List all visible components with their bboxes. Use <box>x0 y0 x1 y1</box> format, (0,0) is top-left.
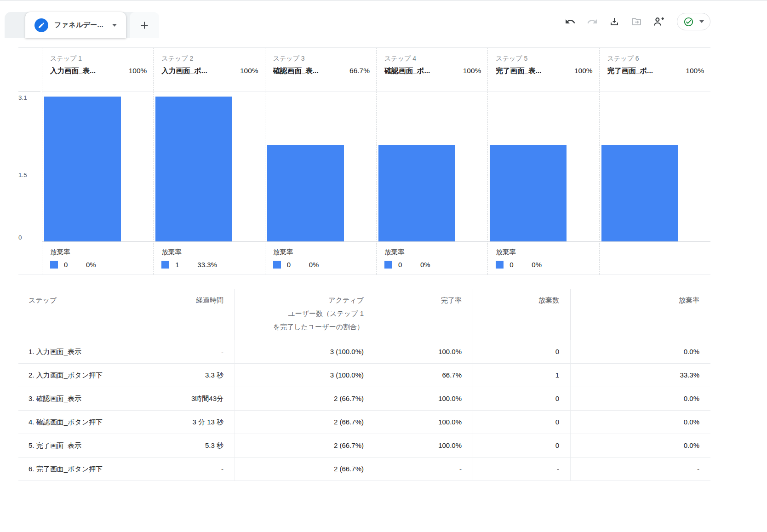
abandonment-count: 0 <box>287 261 309 269</box>
table-cell: - <box>375 458 473 481</box>
table-cell: 0 <box>473 340 570 363</box>
funnel-step-column: ステップ 6 完了画面_ボ... 100% <box>599 48 710 275</box>
y-tick-label: 0 <box>18 234 40 241</box>
table-cell: 3.3 秒 <box>135 364 235 387</box>
step-name: 完了画面_表... <box>496 66 541 76</box>
table-row: 4. 確認画面_ボタン押下3 分 13 秒2 (66.7%)100.0%00.0… <box>18 411 710 434</box>
step-plot <box>600 92 710 242</box>
y-tick: 1.5 <box>18 169 40 178</box>
table-cell: 100.0% <box>375 434 473 457</box>
export-button[interactable] <box>630 15 643 28</box>
funnel-bar[interactable] <box>490 145 567 241</box>
person-add-icon <box>653 16 664 28</box>
table-row: 6. 完了画面_ボタン押下-2 (66.7%)--- <box>18 458 710 481</box>
share-button[interactable] <box>652 15 665 28</box>
funnel-bar[interactable] <box>601 145 678 241</box>
abandonment-legend <box>600 242 710 275</box>
undo-button[interactable] <box>564 15 577 28</box>
y-tick-label: 3.1 <box>18 94 40 101</box>
table-cell: 2. 入力画面_ボタン押下 <box>18 364 135 387</box>
table-header-cell: ステップ <box>18 289 135 340</box>
step-name: 入力画面_表... <box>50 66 96 76</box>
step-title-row: 完了画面_ボ... 100% <box>607 66 704 76</box>
tab-funnel-data[interactable]: ファネルデー... <box>25 12 126 38</box>
step-label: ステップ 4 <box>384 55 481 63</box>
funnel-bar[interactable] <box>378 145 455 241</box>
step-plot <box>265 92 376 242</box>
abandonment-rate-value: 0% <box>420 261 430 269</box>
table-cell: 0 <box>473 411 570 434</box>
funnel-step-column: ステップ 3 確認画面_表... 66.7% 放棄率 0 0% <box>265 48 376 275</box>
funnel-step-column: ステップ 1 入力画面_表... 100% 放棄率 0 0% <box>42 48 153 275</box>
legend-swatch <box>384 261 392 269</box>
abandonment-legend: 放棄率 0 0% <box>377 242 487 275</box>
step-completion-rate: 100% <box>686 67 704 75</box>
export-folder-icon <box>631 16 642 27</box>
step-plot <box>377 92 487 242</box>
plus-icon <box>138 19 150 31</box>
table-cell: 0.0% <box>570 434 710 457</box>
abandonment-rate-label: 放棄率 <box>161 248 258 257</box>
table-header-cell: 放棄率 <box>570 289 710 340</box>
add-tab-button[interactable] <box>130 12 159 38</box>
step-name: 確認画面_表... <box>273 66 319 76</box>
table-cell: 0 <box>473 387 570 410</box>
abandonment-rate-label: 放棄率 <box>384 248 481 257</box>
abandonment-legend: 放棄率 0 0% <box>488 242 599 275</box>
step-header: ステップ 5 完了画面_表... 100% <box>488 48 599 92</box>
y-axis: 3.1 1.5 0 <box>18 48 42 275</box>
table-cell: 66.7% <box>375 364 473 387</box>
step-completion-rate: 100% <box>240 67 258 75</box>
table-cell: - <box>570 458 710 481</box>
redo-button[interactable] <box>586 15 599 28</box>
funnel-step-column: ステップ 2 入力画面_ボ... 100% 放棄率 1 33.3% <box>153 48 264 275</box>
chevron-down-icon[interactable] <box>112 24 117 27</box>
funnel-bar[interactable] <box>267 145 344 241</box>
step-header: ステップ 1 入力画面_表... 100% <box>42 48 153 92</box>
y-tick-label: 1.5 <box>18 172 40 178</box>
status-button[interactable] <box>677 13 710 30</box>
table-cell: 3 分 13 秒 <box>135 411 235 434</box>
y-tick: 3.1 <box>18 92 40 101</box>
step-header: ステップ 4 確認画面_ボ... 100% <box>377 48 487 92</box>
abandonment-rate-value: 33.3% <box>197 261 217 269</box>
table-header-cell: 完了率 <box>375 289 473 340</box>
funnel-table: ステップ 経過時間 アクティブ ユーザー数（ステップ 1 を完了したユーザーの割… <box>18 289 710 481</box>
table-cell: 2 (66.7%) <box>235 387 375 410</box>
table-cell: 3時間43分 <box>135 387 235 410</box>
download-button[interactable] <box>608 15 621 28</box>
abandonment-count: 0 <box>509 261 532 269</box>
toolbar <box>564 13 710 30</box>
table-row: 5. 完了画面_表示5.3 秒2 (66.7%)100.0%00.0% <box>18 434 710 458</box>
step-title-row: 完了画面_表... 100% <box>496 66 592 76</box>
step-label: ステップ 6 <box>607 55 704 63</box>
step-completion-rate: 66.7% <box>349 67 370 75</box>
y-tick: 0 <box>18 232 40 241</box>
funnel-bar[interactable] <box>155 97 232 241</box>
legend-swatch <box>273 261 281 269</box>
legend-swatch <box>50 261 58 269</box>
abandonment-count: 1 <box>175 261 197 269</box>
abandonment-rate-label: 放棄率 <box>496 248 592 257</box>
abandonment-row: 0 0% <box>50 261 147 269</box>
check-circle-icon <box>683 17 694 27</box>
table-row: 1. 入力画面_表示-3 (100.0%)100.0%00.0% <box>18 340 710 364</box>
top-bar: ファネルデー... <box>0 1 767 38</box>
abandonment-row: 0 0% <box>273 261 370 269</box>
table-cell: - <box>135 458 235 481</box>
step-title-row: 入力画面_表... 100% <box>50 66 147 76</box>
redo-icon <box>587 16 598 27</box>
step-header: ステップ 2 入力画面_ボ... 100% <box>154 48 264 92</box>
table-cell: 0 <box>473 434 570 457</box>
table-cell: 33.3% <box>570 364 710 387</box>
table-cell: 1. 入力画面_表示 <box>18 340 135 363</box>
table-cell: - <box>473 458 570 481</box>
step-completion-rate: 100% <box>129 67 147 75</box>
funnel-bar[interactable] <box>44 97 121 241</box>
step-name: 確認画面_ボ... <box>384 66 430 76</box>
table-cell: 0.0% <box>570 340 710 363</box>
funnel-steps: ステップ 1 入力画面_表... 100% 放棄率 0 0% ステップ 2 入力… <box>42 48 710 275</box>
step-plot <box>488 92 599 242</box>
step-completion-rate: 100% <box>463 67 481 75</box>
legend-swatch <box>496 261 504 269</box>
